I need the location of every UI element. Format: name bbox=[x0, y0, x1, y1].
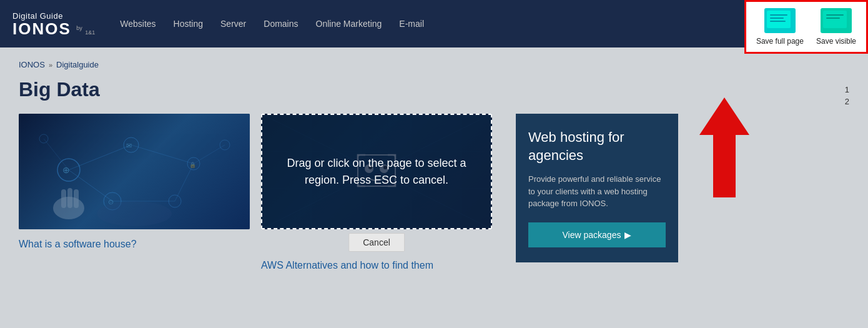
nav-link-domains[interactable]: Domains bbox=[264, 19, 298, 29]
logo-181: 1&1 bbox=[85, 29, 95, 36]
article-card-title-2-text: AWS Alternatives and how to find them bbox=[261, 260, 433, 271]
pagination-area: 1 2 bbox=[845, 85, 849, 106]
cards-row: ⊕ ✉ 🔒 ⊙ What is a softwa bbox=[19, 114, 849, 272]
widget-description: Provide powerful and reliable service to… bbox=[528, 173, 666, 210]
svg-line-11 bbox=[194, 145, 225, 164]
svg-text:⊕: ⊕ bbox=[62, 165, 70, 175]
icon-line-1 bbox=[770, 14, 787, 16]
save-visible-item[interactable]: Save visible bbox=[816, 8, 856, 46]
nav-link-server[interactable]: Server bbox=[220, 19, 246, 29]
article-card-title-1[interactable]: What is a software house? bbox=[19, 238, 250, 251]
view-packages-button[interactable]: View packages ▶ bbox=[528, 222, 666, 247]
nav-link-hosting[interactable]: Hosting bbox=[174, 19, 203, 29]
nav-link-websites[interactable]: Websites bbox=[120, 19, 155, 29]
article-card-title-2[interactable]: AWS Alternatives and how to find them bbox=[261, 259, 492, 272]
cancel-btn-container: Cancel bbox=[261, 229, 492, 242]
icon-line-5 bbox=[826, 17, 840, 19]
view-packages-label: View packages bbox=[563, 230, 621, 240]
logo-area: Digital Guide IONOS by 1&1 bbox=[12, 11, 95, 37]
nav-link-online-marketing[interactable]: Online Marketing bbox=[316, 19, 382, 29]
article-card-1: ⊕ ✉ 🔒 ⊙ What is a softwa bbox=[19, 114, 250, 251]
logo-ionos: IONOS bbox=[12, 19, 71, 38]
logo-by: by bbox=[76, 25, 82, 31]
nav-link-email[interactable]: E-mail bbox=[399, 19, 424, 29]
page-num-1[interactable]: 1 bbox=[845, 85, 849, 94]
breadcrumb: IONOS » Digitalguide bbox=[19, 60, 849, 69]
logo-ionos-row: IONOS by 1&1 bbox=[12, 21, 95, 37]
svg-text:🔒: 🔒 bbox=[189, 161, 197, 169]
hand-overlay bbox=[44, 183, 94, 223]
drag-overlay: Drag or click on the page to select a re… bbox=[261, 114, 492, 229]
save-full-page-item[interactable]: Save full page bbox=[756, 8, 804, 46]
icon-line-2 bbox=[770, 17, 784, 19]
save-visible-icon-inner bbox=[823, 11, 847, 28]
svg-text:✉: ✉ bbox=[126, 142, 132, 149]
article-card-img-2[interactable]: Drag or click on the page to select a re… bbox=[261, 114, 492, 229]
svg-line-10 bbox=[175, 164, 194, 201]
save-full-page-label: Save full page bbox=[756, 37, 804, 46]
svg-rect-22 bbox=[74, 189, 79, 208]
main-content: IONOS » Digitalguide Big Data bbox=[0, 47, 868, 328]
nav-links: Websites Hosting Server Domains Online M… bbox=[120, 19, 766, 29]
svg-rect-20 bbox=[61, 189, 66, 208]
save-full-page-icon bbox=[764, 8, 796, 33]
drag-overlay-text: Drag or click on the page to select a re… bbox=[261, 155, 492, 189]
icon-line-3 bbox=[770, 21, 786, 22]
save-visible-label: Save visible bbox=[816, 37, 856, 46]
navbar: Digital Guide IONOS by 1&1 Websites Host… bbox=[0, 0, 868, 47]
article-card-img-1[interactable]: ⊕ ✉ 🔒 ⊙ bbox=[19, 114, 250, 229]
breadcrumb-ionos[interactable]: IONOS bbox=[19, 60, 45, 69]
cancel-button[interactable]: Cancel bbox=[348, 233, 405, 252]
save-buttons-overlay: Save full page Save visible bbox=[744, 0, 868, 54]
chevron-right-icon: ▶ bbox=[624, 230, 631, 240]
svg-line-7 bbox=[69, 145, 131, 170]
svg-point-18 bbox=[97, 201, 172, 226]
side-widget: Web hosting for agencies Provide powerfu… bbox=[516, 114, 678, 262]
widget-title: Web hosting for agencies bbox=[528, 129, 666, 164]
svg-line-9 bbox=[131, 145, 194, 164]
save-full-page-icon-inner bbox=[767, 11, 791, 28]
icon-line-4 bbox=[826, 14, 844, 16]
save-visible-icon bbox=[821, 8, 852, 33]
breadcrumb-digitalguide[interactable]: Digitalguide bbox=[56, 60, 99, 69]
breadcrumb-separator: » bbox=[49, 61, 52, 69]
page-title: Big Data bbox=[19, 78, 849, 101]
page-num-2[interactable]: 2 bbox=[845, 97, 849, 106]
article-card-2: Drag or click on the page to select a re… bbox=[261, 114, 492, 272]
svg-rect-21 bbox=[67, 188, 72, 208]
